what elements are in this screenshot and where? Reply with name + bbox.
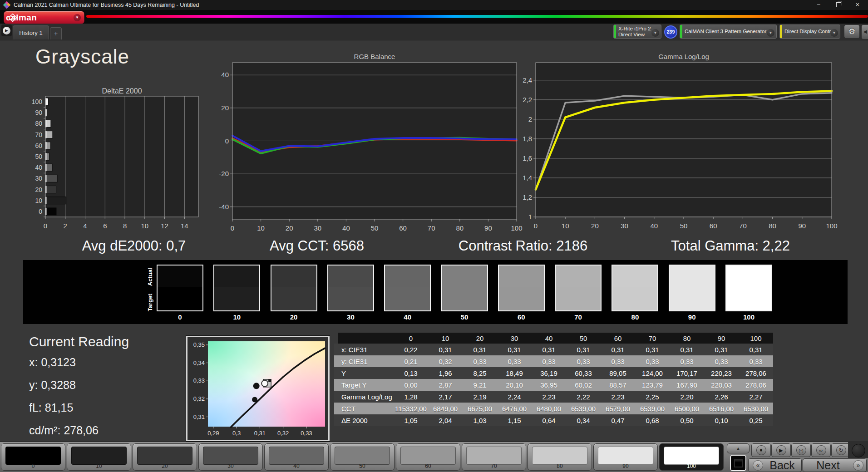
svg-text:0,35: 0,35 [193,341,205,348]
pattern-label: 70 [462,463,526,469]
pattern-button-60[interactable]: 60 [396,443,460,471]
pattern-button-90[interactable]: 90 [593,443,658,471]
minimize-button[interactable]: − [809,0,828,10]
pattern-button-30[interactable]: 30 [198,443,263,471]
pattern-label: 10 [67,463,131,469]
svg-text:1,4: 1,4 [523,174,532,182]
table-cell: 0,32 [428,358,463,365]
table-cell: 2,23 [532,393,566,401]
table-cell: 0,25 [739,417,773,424]
meter-count-badge[interactable]: 239 [664,25,677,39]
table-cell: 2,25 [635,393,670,401]
pattern-bottom-bar: 0102030405060708090100 ▲ ■▶[··]∞↻ « Back… [0,442,868,472]
svg-text:4: 4 [83,222,87,230]
play-button[interactable]: ▶ [771,443,791,457]
svg-text:1,2: 1,2 [523,193,532,201]
pattern-window-toggle-button[interactable] [730,455,746,471]
pattern-button-20[interactable]: 20 [133,443,197,471]
svg-text:14: 14 [181,222,188,230]
table-cell: 0,68 [635,417,670,424]
continuous-button[interactable]: ∞ [811,443,831,457]
pattern-button-40[interactable]: 40 [264,443,329,471]
swatch-60 [498,265,545,311]
column-header-30: 30 [497,334,532,342]
stat-avg-cct: Avg CCT: 6568 [270,238,364,254]
settings-gear-button[interactable]: ⚙ [844,25,860,39]
swatch-level-label: 100 [725,313,772,321]
table-cell: 6539,00 [566,405,601,413]
back-button[interactable]: « Back [748,458,802,472]
svg-text:30: 30 [35,175,42,182]
table-cell: 220,23 [704,369,739,377]
pattern-button-10[interactable]: 10 [67,443,131,471]
swatch-target [556,287,601,310]
table-cell: 2,23 [601,393,635,401]
svg-text:60: 60 [35,142,42,149]
table-cell: 0,33 [497,358,532,365]
table-cell: 8,25 [463,369,497,377]
swatch-actual [328,266,373,287]
pattern-button-70[interactable]: 70 [462,443,526,471]
pattern-generator-dropdown[interactable]: CalMAN Client 3 Pattern Generator ▼ [680,25,777,39]
pattern-button-0[interactable]: 0 [1,443,65,471]
tab-history-1[interactable]: History 1 [13,25,49,39]
pattern-button-80[interactable]: 80 [528,443,592,471]
swatch-target [271,287,316,310]
step-button[interactable]: [··] [791,443,811,457]
meter-name: X-Rite i1Pro 2 Direct View [618,26,651,38]
svg-text:2,2: 2,2 [523,96,532,103]
chevron-down-icon: ▼ [651,29,659,37]
table-cell: 115332,00 [394,405,428,413]
calman-menu-button[interactable]: calman ▼ [4,11,84,24]
table-cell: 36,95 [532,381,566,389]
history-panel-toggle-button[interactable]: ▶ [1,25,12,36]
svg-text:-20: -20 [219,170,229,177]
table-cell: 0,34 [566,417,601,424]
next-button[interactable]: Next » [803,458,867,472]
restore-icon [836,2,841,7]
calman-logo-icon [8,13,17,22]
table-cell: 0,31 [670,346,704,354]
app-icon [3,1,10,9]
restore-button[interactable] [829,0,848,10]
table-cell: 6675,00 [463,405,497,413]
svg-text:20: 20 [286,224,293,232]
svg-text:1,6: 1,6 [523,154,532,162]
row-label: ΔE 2000 [338,417,394,424]
add-tab-button[interactable]: + [50,27,62,39]
display-control-name: Direct Display Control [784,29,835,34]
svg-text:12: 12 [161,222,168,230]
table-cell: 220,03 [704,381,739,389]
column-header-100: 100 [739,334,773,342]
spinner-up-button[interactable]: ▲ [727,443,750,453]
svg-text:90: 90 [35,109,42,116]
display-control-dropdown[interactable]: Direct Display Control ▼ [779,25,840,39]
column-header-80: 80 [670,334,704,342]
table-cell: 6539,00 [635,405,670,413]
collapse-panel-button[interactable]: ◀ [861,25,868,39]
swatch-actual [556,266,601,287]
table-cell: 6480,00 [532,405,566,413]
svg-text:60: 60 [710,222,717,230]
svg-text:60: 60 [399,224,407,232]
table-cell: 123,79 [635,381,670,389]
svg-text:-40: -40 [219,203,229,211]
deltae-2000-bar-chart: 024681012141009080706050403020100 [23,93,204,235]
meter-dropdown[interactable]: X-Rite i1Pro 2 Direct View ▼ [613,25,661,39]
pattern-button-50[interactable]: 50 [330,443,395,471]
calman-menu-chevron-icon: ▼ [74,14,81,21]
reading-cdm2: cd/m²: 278,06 [29,424,129,437]
table-cell: 0,21 [394,358,428,365]
table-cell: 2,27 [739,393,773,401]
svg-text:40: 40 [342,224,350,232]
page-title: Grayscale [35,45,129,68]
table-cell: 89,05 [601,369,635,377]
close-button[interactable]: × [848,0,867,10]
svg-text:80: 80 [35,120,42,127]
svg-text:0,33: 0,33 [193,377,205,384]
swatch-level-label: 60 [498,313,545,321]
pattern-button-100[interactable]: 100 [659,443,724,471]
stop-button[interactable]: ■ [751,443,771,457]
column-header-10: 10 [428,334,463,342]
table-cell: 0,33 [704,358,739,365]
